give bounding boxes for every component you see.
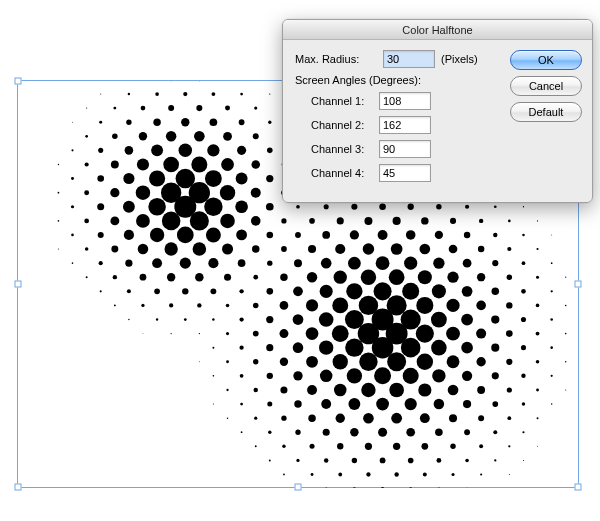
svg-point-391 xyxy=(522,402,525,405)
screen-angles-label: Screen Angles (Degrees): xyxy=(295,74,500,86)
max-radius-input[interactable] xyxy=(383,50,435,68)
svg-point-328 xyxy=(491,315,499,323)
svg-point-80 xyxy=(205,170,222,187)
svg-point-349 xyxy=(462,371,472,381)
ok-button[interactable]: OK xyxy=(510,50,582,70)
svg-point-96 xyxy=(190,211,209,230)
channel-4-input[interactable] xyxy=(379,164,431,182)
svg-point-388 xyxy=(565,361,566,362)
svg-point-394 xyxy=(479,444,483,448)
svg-point-115 xyxy=(141,304,144,307)
channel-1-input[interactable] xyxy=(379,92,431,110)
svg-point-352 xyxy=(420,413,430,423)
svg-point-331 xyxy=(447,355,460,368)
svg-point-334 xyxy=(405,398,417,410)
svg-point-285 xyxy=(269,459,271,461)
svg-point-270 xyxy=(478,246,484,252)
svg-point-253 xyxy=(433,258,444,269)
svg-point-371 xyxy=(394,472,398,476)
svg-point-356 xyxy=(366,472,370,476)
svg-point-50 xyxy=(210,118,218,126)
svg-point-195 xyxy=(408,204,414,210)
svg-point-307 xyxy=(522,261,526,265)
svg-point-283 xyxy=(295,430,300,435)
form-column: Max. Radius: (Pixels) Screen Angles (Deg… xyxy=(295,50,500,188)
svg-point-290 xyxy=(477,273,485,281)
svg-point-217 xyxy=(376,256,390,270)
svg-point-399 xyxy=(565,389,566,390)
svg-point-345 xyxy=(521,317,526,322)
svg-point-168 xyxy=(280,273,287,280)
svg-point-264 xyxy=(281,416,286,421)
svg-point-393 xyxy=(493,430,497,434)
handle-bottom-left[interactable] xyxy=(15,484,22,491)
svg-point-6 xyxy=(128,93,130,95)
svg-point-279 xyxy=(347,368,362,383)
svg-point-37 xyxy=(181,118,189,126)
svg-point-265 xyxy=(268,431,271,434)
default-button[interactable]: Default xyxy=(510,102,582,122)
svg-point-280 xyxy=(334,384,347,397)
svg-point-383 xyxy=(450,444,455,449)
svg-point-141 xyxy=(210,288,216,294)
svg-point-180 xyxy=(364,217,372,225)
svg-point-325 xyxy=(536,276,539,279)
svg-point-198 xyxy=(363,243,375,255)
svg-point-128 xyxy=(169,303,173,307)
svg-point-244 xyxy=(280,386,287,393)
cancel-button[interactable]: Cancel xyxy=(510,76,582,96)
svg-point-318 xyxy=(363,413,374,424)
svg-point-154 xyxy=(253,275,258,280)
svg-point-367 xyxy=(449,414,457,422)
svg-point-84 xyxy=(150,228,164,242)
svg-point-310 xyxy=(476,301,486,311)
svg-point-389 xyxy=(551,375,553,377)
handle-mid-right[interactable] xyxy=(575,281,582,288)
svg-point-228 xyxy=(227,417,228,418)
svg-point-182 xyxy=(335,244,345,254)
svg-point-306 xyxy=(536,248,538,250)
svg-point-213 xyxy=(436,204,441,209)
svg-point-282 xyxy=(308,414,315,421)
svg-point-150 xyxy=(309,218,315,224)
svg-point-362 xyxy=(521,345,526,350)
svg-point-221 xyxy=(319,312,334,327)
handle-mid-bottom[interactable] xyxy=(295,484,302,491)
svg-point-3 xyxy=(72,122,73,123)
handle-top-left[interactable] xyxy=(15,78,22,85)
svg-point-286 xyxy=(537,220,538,221)
svg-point-56 xyxy=(123,201,135,213)
svg-point-113 xyxy=(167,273,175,281)
svg-point-60 xyxy=(72,262,74,264)
handle-mid-left[interactable] xyxy=(15,281,22,288)
svg-point-125 xyxy=(208,258,218,268)
handle-bottom-right[interactable] xyxy=(575,484,582,491)
channel-2-input[interactable] xyxy=(379,116,431,134)
svg-point-220 xyxy=(332,297,348,313)
svg-point-206 xyxy=(253,359,258,364)
svg-point-403 xyxy=(508,445,510,447)
svg-point-235 xyxy=(404,257,417,270)
svg-point-320 xyxy=(337,443,343,449)
svg-point-250 xyxy=(479,219,483,223)
svg-point-174 xyxy=(199,361,200,362)
svg-point-69 xyxy=(148,198,165,215)
svg-point-342 xyxy=(565,277,566,278)
svg-point-201 xyxy=(320,285,333,298)
channel-3-input[interactable] xyxy=(379,140,431,158)
svg-point-173 xyxy=(212,347,214,349)
svg-point-186 xyxy=(280,301,289,310)
svg-point-234 xyxy=(420,244,431,255)
svg-point-143 xyxy=(184,318,187,321)
svg-point-139 xyxy=(238,259,246,267)
channel-2-label: Channel 2: xyxy=(311,119,373,131)
svg-point-305 xyxy=(551,234,552,235)
button-column: OK Cancel Default xyxy=(510,50,582,188)
svg-point-401 xyxy=(537,417,539,419)
svg-point-247 xyxy=(241,431,243,433)
svg-point-7 xyxy=(113,107,116,110)
svg-point-21 xyxy=(58,192,60,194)
svg-point-255 xyxy=(402,283,419,300)
svg-point-231 xyxy=(465,205,469,209)
svg-point-351 xyxy=(434,399,445,410)
